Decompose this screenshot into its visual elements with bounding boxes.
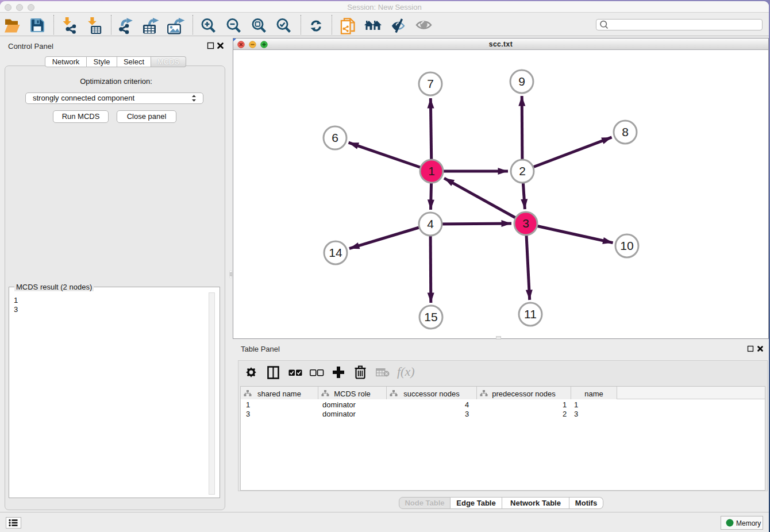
svg-text:14: 14 bbox=[329, 246, 342, 259]
svg-text:3: 3 bbox=[522, 217, 529, 230]
svg-text:6: 6 bbox=[332, 131, 338, 144]
svg-text:11: 11 bbox=[524, 307, 537, 321]
svg-text:8: 8 bbox=[622, 125, 629, 138]
svg-text:1: 1 bbox=[428, 164, 435, 178]
svg-text:15: 15 bbox=[424, 310, 437, 323]
svg-text:10: 10 bbox=[620, 239, 633, 252]
svg-text:7: 7 bbox=[427, 77, 434, 90]
svg-text:4: 4 bbox=[427, 217, 434, 230]
svg-text:2: 2 bbox=[519, 164, 526, 178]
svg-text:9: 9 bbox=[518, 75, 525, 88]
